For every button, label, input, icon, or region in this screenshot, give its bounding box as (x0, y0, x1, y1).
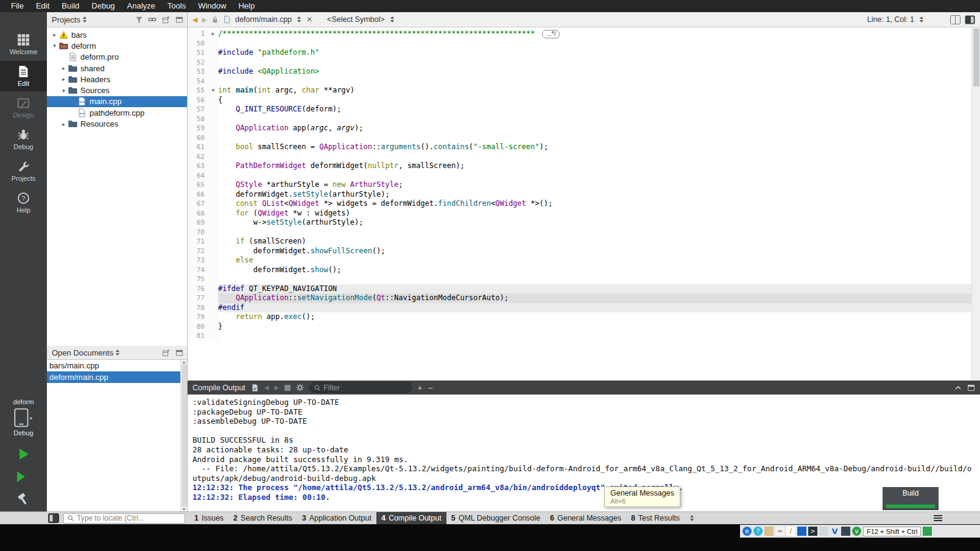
menu-analyze[interactable]: Analyze (121, 0, 161, 12)
open-document-bars-main-cpp[interactable]: bars/main.cpp (47, 360, 187, 371)
code-line-52[interactable]: 52 (188, 58, 980, 68)
go-forward-icon[interactable]: ▶ (202, 16, 206, 24)
toggle-left-sidebar-icon[interactable] (48, 513, 59, 523)
output-pane-button-issues[interactable]: 1Issues (189, 512, 228, 525)
code-line-79[interactable]: 79 return app.exec(); (188, 312, 980, 322)
fold-collapsed-icon[interactable]: ▶ (208, 29, 218, 39)
go-back-icon[interactable]: ◀ (192, 16, 197, 24)
tree-item-bars[interactable]: ▸bars (47, 29, 187, 40)
rerun-build-icon[interactable] (251, 384, 259, 392)
code-line-75[interactable]: 75 (188, 275, 980, 284)
tree-item-deform[interactable]: ▾deform (47, 40, 187, 51)
code-line-66[interactable]: 66 deformWidget.setStyle(arthurStyle); (188, 190, 980, 200)
editor-scrollbar[interactable] (971, 27, 980, 381)
tree-item-main-cpp[interactable]: ++main.cpp (47, 96, 187, 107)
tree-item-deform-pro[interactable]: deform.pro (47, 52, 187, 63)
code-line-59[interactable]: 59 QApplication app(argc, argv); (188, 124, 980, 133)
close-panel-icon[interactable] (174, 15, 184, 24)
file-select-arrows-icon[interactable] (297, 16, 301, 23)
code-line-73[interactable]: 73 else (188, 256, 980, 265)
code-line-51[interactable]: 51#include "pathdeform.h" (188, 48, 980, 58)
stop-icon[interactable] (284, 385, 291, 391)
kit-target-selector[interactable]: deform ▸ Debug (0, 398, 47, 443)
cursor-select-arrows-icon[interactable] (920, 16, 923, 23)
split-panel-icon[interactable] (161, 348, 171, 357)
output-filter-input-wrap[interactable] (309, 382, 412, 393)
run-button[interactable] (0, 443, 47, 465)
code-line-63[interactable]: 63 PathDeformWidget deformWidget(nullptr… (188, 161, 980, 171)
locator-input[interactable] (77, 514, 177, 522)
zoom-out-icon[interactable]: − (428, 384, 432, 392)
code-line-62[interactable]: 62 (188, 152, 980, 162)
mode-projects[interactable]: Projects (0, 156, 47, 186)
pane-select-arrows-icon[interactable] (690, 515, 694, 521)
output-pane-button-search-results[interactable]: 2Search Results (228, 512, 297, 525)
cursor-position-label[interactable]: Line: 1, Col: 1 (867, 15, 914, 24)
locator[interactable] (63, 513, 185, 524)
tray-terminal-icon[interactable]: > (808, 527, 817, 536)
open-documents-scrollbar[interactable]: ▲▼ (180, 360, 187, 511)
output-pane-button-compile-output[interactable]: 4Compile Output (376, 512, 446, 525)
panel-title[interactable]: Projects (52, 15, 80, 24)
maximize-pane-icon[interactable] (967, 384, 975, 391)
menu-edit[interactable]: Edit (30, 0, 55, 12)
chevron-down-icon[interactable]: ▾ (51, 43, 58, 49)
chevron-right-icon[interactable]: ▸ (51, 32, 58, 38)
chevron-right-icon[interactable]: ▸ (60, 121, 68, 127)
mode-edit[interactable]: Edit (0, 61, 47, 91)
code-line-54[interactable]: 54 (188, 77, 980, 86)
menu-tools[interactable]: Tools (161, 0, 192, 12)
code-line-53[interactable]: 53#include <QApplication> (188, 67, 980, 77)
symbol-select-arrows-icon[interactable] (390, 16, 394, 23)
toggle-right-sidebar-icon[interactable] (965, 15, 975, 24)
close-panel-icon[interactable] (174, 348, 184, 357)
tray-document-icon[interactable]: = (775, 527, 784, 536)
code-line-78[interactable]: 78#endif (188, 303, 980, 313)
tree-item-sources[interactable]: ▾Sources (47, 85, 187, 96)
code-line-57[interactable]: 57 Q_INIT_RESOURCE(deform); (188, 105, 980, 114)
code-line-58[interactable]: 58 (188, 114, 980, 124)
folded-comment-badge[interactable]: ...*/ (542, 30, 560, 38)
code-line-74[interactable]: 74 deformWidget.show(); (188, 265, 980, 275)
panel-select-arrows-icon[interactable] (83, 16, 86, 23)
menu-debug[interactable]: Debug (85, 0, 121, 12)
code-line-68[interactable]: 68 for (QWidget *w : widgets) (188, 209, 980, 219)
tray-update-icon[interactable]: v (852, 527, 861, 536)
code-line-56[interactable]: 56{ (188, 96, 980, 105)
code-line-65[interactable]: 65 QStyle *arthurStyle = new ArthurStyle… (188, 180, 980, 190)
code-line-67[interactable]: 67 const QList<QWidget *> widgets = defo… (188, 199, 980, 209)
panel-select-arrows-icon[interactable] (116, 349, 119, 356)
filter-icon[interactable] (134, 15, 144, 24)
scroll-down-icon[interactable]: ▼ (182, 507, 186, 511)
open-file-dropdown[interactable]: deform/main.cpp (235, 15, 292, 24)
sync-with-editor-icon[interactable] (147, 15, 157, 24)
menu-help[interactable]: Help (232, 0, 261, 12)
mode-help[interactable]: ?Help (0, 188, 47, 218)
mode-debug[interactable]: Debug (0, 124, 47, 155)
hamburger-menu-icon[interactable] (934, 515, 942, 521)
panel-title[interactable]: Open Documents (52, 348, 113, 357)
code-line-61[interactable]: 61 bool smallScreen = QApplication::argu… (188, 142, 980, 152)
fold-open-icon[interactable]: ▼ (208, 86, 218, 96)
chevron-right-icon[interactable]: ▸ (60, 65, 68, 71)
tray-vnc-icon[interactable]: V (830, 527, 839, 536)
tray-display-icon[interactable] (819, 527, 828, 536)
menu-build[interactable]: Build (55, 0, 85, 12)
mode-welcome[interactable]: Welcome (0, 29, 47, 60)
code-line-70[interactable]: 70 (188, 228, 980, 237)
build-button[interactable] (0, 488, 47, 510)
code-line-76[interactable]: 76#ifdef QT_KEYPAD_NAVIGATION (188, 284, 980, 294)
code-line-72[interactable]: 72 deformWidget.showFullScreen(); (188, 247, 980, 256)
close-document-icon[interactable]: ✕ (306, 15, 312, 24)
code-line-69[interactable]: 69 w->setStyle(arthurStyle); (188, 218, 980, 228)
code-line-50[interactable]: 50 (188, 39, 980, 49)
menu-file[interactable]: File (5, 0, 30, 12)
output-pane-button-general-messages[interactable]: 6General Messages (545, 512, 626, 525)
code-editor[interactable]: 1▶/*************************************… (188, 27, 980, 381)
tree-item-resources[interactable]: ▸Resources (47, 118, 187, 129)
settings-gear-icon[interactable] (296, 384, 304, 391)
scroll-up-icon[interactable]: ▲ (182, 360, 186, 364)
tray-help-icon[interactable]: ? (753, 527, 763, 536)
code-line-80[interactable]: 80} (188, 322, 980, 332)
code-line-1[interactable]: 1▶/*************************************… (188, 29, 980, 39)
